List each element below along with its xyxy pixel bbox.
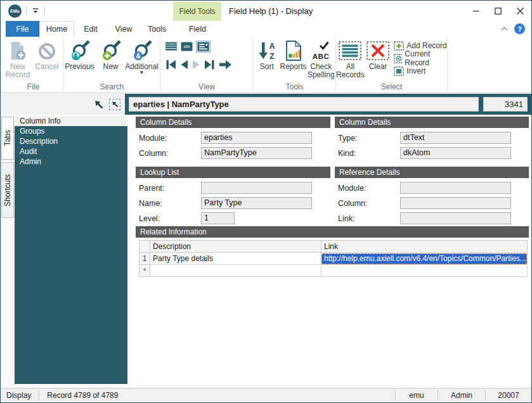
status-server: emu [396,388,438,402]
close-button[interactable] [509,1,531,21]
first-record-icon[interactable] [165,60,176,70]
additional-search-button[interactable]: & Additional ▼ [126,38,157,82]
clear-selection-button[interactable]: Clear [365,38,392,82]
group-label-file: File [3,82,63,93]
quick-access-toolbar: EMu [8,1,45,21]
cancel-button[interactable]: Cancel [32,38,62,82]
group-label-tools: Tools [254,82,335,93]
details-view-icon[interactable] [197,42,209,51]
type-value-field[interactable]: dtText [400,132,511,144]
check-spelling-button[interactable]: ABC Check Spelling [307,38,335,82]
record-id-field[interactable]: 3341 [483,97,528,112]
contact-sheet-view-icon[interactable]: </> [181,42,193,51]
section-header-related-information: Related Information [136,226,529,238]
sort-icon: AZ [257,39,276,63]
divider [26,6,27,15]
status-port: 20007 [486,388,531,402]
collapse-ribbon-icon[interactable] [501,27,508,31]
ribbon-group-tools: AZ Sort Reports ABC Check Spelling [254,37,336,93]
tab-tools[interactable]: Tools [140,21,174,37]
name-value-field[interactable]: Party Type [201,197,312,209]
sidebar-item-column-info[interactable]: Column Info [15,116,127,126]
check-spelling-icon: ABC [311,39,331,63]
help-icon[interactable]: ? [514,23,525,34]
all-records-button[interactable]: All Records [336,38,365,82]
link-cell[interactable]: http://help.emu.axiell.com/v6.4/en/Topic… [321,253,528,265]
tab-view[interactable]: View [107,21,140,37]
section-header-column-details-right: Column Details [335,117,529,128]
add-record-select-icon [394,41,404,51]
record-detail-panel: Column Details Module: eparties Column: … [132,115,531,388]
previous-record-icon[interactable] [180,60,188,70]
sidebar-item-audit[interactable]: Audit [15,146,127,157]
status-user: Admin [438,388,485,402]
reports-button[interactable]: Reports [280,38,307,82]
tab-home[interactable]: Home [39,21,74,37]
column-header-link[interactable]: Link [321,241,528,253]
kind-label: Kind: [335,149,400,158]
ribbon-group-file: New Record Cancel File [3,37,64,93]
level-value-field[interactable]: 1 [201,212,235,224]
status-record-position: Record 4789 of 4789 [39,388,127,402]
sidebar-item-description[interactable]: Description [15,136,127,146]
group-label-select: Select [336,82,447,93]
table-row-new: * [139,265,528,277]
sort-button[interactable]: AZ Sort [254,38,280,82]
new-search-button[interactable]: New [95,38,126,82]
last-record-icon[interactable] [204,60,215,70]
pointer-icon[interactable] [93,99,105,110]
previous-search-button[interactable]: Previous [64,38,95,82]
sidebar-item-groups[interactable]: Groups [15,126,127,136]
selected-link-value[interactable]: http://help.emu.axiell.com/v6.4/en/Topic… [321,253,527,264]
module-field-name[interactable]: eparties | NamPartyType [129,97,479,112]
invert-selection-icon [394,67,404,76]
tab-edit[interactable]: Edit [74,21,107,37]
level-label: Level: [136,214,201,223]
column-header-description[interactable]: Description [150,241,321,253]
column-label: Column: [136,149,201,158]
reports-icon [285,39,302,63]
link-cell-empty[interactable] [321,265,528,277]
current-record-select-button[interactable]: Current Record [394,52,447,65]
additional-search-icon: & [131,39,153,63]
module-value-field[interactable]: eparties [201,132,312,144]
ref-column-value-field[interactable] [400,197,511,209]
ribbon-group-view: </> View [160,37,254,93]
svg-text:&: & [136,53,140,60]
new-record-icon [8,39,27,63]
description-cell-empty[interactable] [150,265,321,277]
sidebar-tab-shortcuts[interactable]: Shortcuts [1,162,14,218]
app-window: EMu Field Tools Field Help (1) - Display… [0,0,532,403]
minimize-button[interactable] [465,1,487,21]
ref-link-value-field[interactable] [400,212,511,224]
field-header-band: eparties | NamPartyType 3341 [1,94,531,115]
description-cell[interactable]: Party Type details [150,253,321,265]
new-row-marker-icon: * [139,265,150,277]
next-record-icon[interactable] [192,60,200,70]
current-record-select-icon [394,54,402,63]
row-number-cell: 1 [139,253,150,265]
type-label: Type: [335,134,400,143]
ref-module-value-field[interactable] [400,182,511,194]
goto-record-icon[interactable] [219,60,232,70]
parent-value-field[interactable] [201,182,312,194]
tab-field[interactable]: Field [174,21,221,37]
qat-customize-icon[interactable] [31,7,40,15]
svg-text:ABC: ABC [313,53,329,60]
sidebar-item-admin[interactable]: Admin [15,157,127,167]
tab-file[interactable]: File [6,21,39,37]
emu-logo-icon[interactable]: EMu [8,4,22,18]
list-view-icon[interactable] [165,42,178,51]
clear-selection-icon [367,39,389,63]
table-row: 1 Party Type details http://help.emu.axi… [139,253,528,265]
maximize-button[interactable] [487,1,509,21]
new-record-button[interactable]: New Record [3,38,32,82]
kind-value-field[interactable]: dkAtom [400,147,511,159]
divider [44,6,45,15]
column-value-field[interactable]: NamPartyType [201,147,312,159]
select-pointer-icon[interactable] [109,99,120,110]
group-label-search: Search [64,82,160,93]
sidebar-tab-tabs[interactable]: Tabs [1,117,14,160]
invert-selection-button[interactable]: Invert [394,65,447,77]
status-mode: Display [1,388,39,402]
